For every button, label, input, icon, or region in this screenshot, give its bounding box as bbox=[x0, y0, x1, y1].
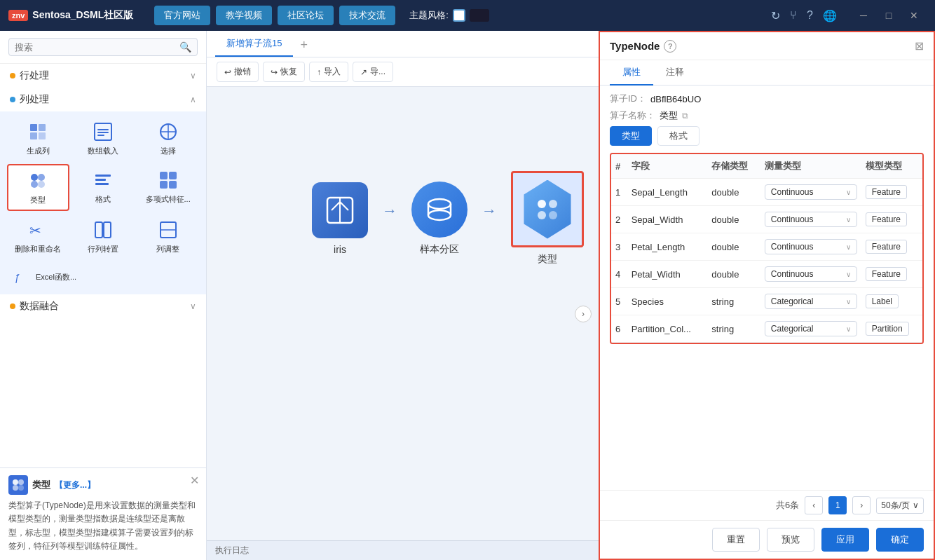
data-load-icon bbox=[92, 121, 114, 143]
model-badge-0[interactable]: Feature bbox=[866, 185, 907, 199]
generate-col-label: 生成列 bbox=[27, 146, 50, 156]
svg-point-35 bbox=[428, 199, 451, 209]
measure-select-5[interactable]: Categorical ∨ bbox=[765, 321, 857, 336]
cell-model-0[interactable]: Feature bbox=[861, 179, 922, 206]
grid-item-generate-col[interactable]: 生成列 bbox=[7, 116, 69, 161]
algo-name-label: 算子名称： bbox=[610, 109, 655, 122]
nav-tech-exchange[interactable]: 技术交流 bbox=[339, 6, 395, 25]
model-badge-1[interactable]: Feature bbox=[866, 212, 907, 226]
help-icon[interactable]: ? bbox=[807, 9, 813, 22]
tab-bar: 新增算子流15 + bbox=[207, 31, 599, 57]
node-desc-close-button[interactable]: ✕ bbox=[190, 474, 199, 487]
measure-select-0[interactable]: Continuous ∨ bbox=[765, 184, 857, 200]
node-desc-title: 类型 【更多...】 bbox=[8, 475, 198, 495]
theme-dark-icon[interactable] bbox=[470, 9, 489, 22]
grid-item-multi-feature[interactable]: 多项式特征... bbox=[137, 164, 199, 211]
minimize-button[interactable]: ─ bbox=[851, 6, 876, 25]
page-size-select[interactable]: 50条/页 ∨ bbox=[876, 498, 924, 514]
page-size-label: 50条/页 bbox=[881, 500, 910, 512]
cell-model-4[interactable]: Label bbox=[861, 288, 922, 315]
reset-button[interactable]: 重置 bbox=[712, 528, 760, 552]
measure-select-4[interactable]: Categorical ∨ bbox=[765, 294, 857, 309]
cell-model-5[interactable]: Partition bbox=[861, 315, 922, 343]
pagination-page-1[interactable]: 1 bbox=[828, 496, 847, 514]
cell-measure-3[interactable]: Continuous ∨ bbox=[760, 261, 861, 288]
measure-select-1[interactable]: Continuous ∨ bbox=[765, 212, 857, 227]
sidebar-item-col-processing[interactable]: 列处理 ∧ bbox=[0, 88, 206, 111]
tab-add-button[interactable]: + bbox=[293, 35, 315, 55]
cell-model-3[interactable]: Feature bbox=[861, 261, 922, 288]
search-wrap[interactable]: 🔍 bbox=[8, 38, 198, 56]
type-node-border bbox=[511, 171, 584, 247]
close-button[interactable]: ✕ bbox=[901, 6, 927, 25]
model-badge-2[interactable]: Feature bbox=[866, 240, 907, 254]
cell-measure-2[interactable]: Continuous ∨ bbox=[760, 233, 861, 261]
nav-tutorial-video[interactable]: 教学视频 bbox=[216, 6, 272, 25]
undo-icon: ↩ bbox=[224, 67, 231, 77]
expand-button[interactable]: › bbox=[575, 306, 592, 322]
grid-item-col-adjust[interactable]: 列调整 bbox=[137, 214, 199, 259]
svg-rect-21 bbox=[169, 181, 177, 189]
maximize-button[interactable]: □ bbox=[876, 6, 901, 25]
import-button[interactable]: ↑ 导入 bbox=[309, 62, 348, 82]
nav-community-forum[interactable]: 社区论坛 bbox=[278, 6, 334, 25]
flow-node-sample[interactable]: 样本分区 bbox=[411, 182, 468, 256]
col-header-measure: 测量类型 bbox=[760, 154, 861, 179]
theme-check-icon[interactable]: ✓ bbox=[453, 9, 465, 22]
tab-notes[interactable]: 注释 bbox=[653, 60, 697, 86]
tab-properties[interactable]: 属性 bbox=[610, 60, 653, 86]
branch-icon[interactable]: ⑂ bbox=[790, 9, 797, 22]
model-badge-4[interactable]: Label bbox=[866, 294, 899, 308]
svg-point-39 bbox=[538, 200, 546, 208]
measure-select-3[interactable]: Continuous ∨ bbox=[765, 266, 857, 282]
measure-select-2[interactable]: Continuous ∨ bbox=[765, 239, 857, 254]
search-input[interactable] bbox=[15, 42, 179, 53]
sidebar-item-data-fusion[interactable]: 数据融合 ∨ bbox=[0, 294, 206, 318]
export-button[interactable]: ↗ 导... bbox=[353, 62, 393, 82]
help-icon[interactable]: ? bbox=[664, 40, 676, 53]
grid-item-format[interactable]: 格式 bbox=[72, 164, 135, 211]
grid-item-delete-rename[interactable]: ✂ 删除和重命名 bbox=[7, 214, 69, 259]
model-badge-3[interactable]: Feature bbox=[866, 267, 907, 281]
undo-button[interactable]: ↩ 撤销 bbox=[217, 62, 259, 82]
pagination-prev[interactable]: ‹ bbox=[805, 496, 823, 514]
grid-item-data-load[interactable]: 数组载入 bbox=[72, 116, 135, 161]
grid-item-excel-func[interactable]: ƒ Excel函数... bbox=[7, 264, 199, 290]
flow-node-type[interactable]: 类型 bbox=[511, 171, 584, 266]
svg-point-38 bbox=[428, 210, 451, 220]
nav-official-site[interactable]: 官方网站 bbox=[154, 6, 210, 25]
confirm-button[interactable]: 确定 bbox=[876, 528, 924, 552]
copy-icon[interactable]: ⧉ bbox=[682, 111, 688, 121]
model-badge-5[interactable]: Partition bbox=[866, 322, 909, 336]
sub-tab-format[interactable]: 格式 bbox=[657, 126, 699, 146]
algo-id-label: 算子ID： bbox=[610, 93, 646, 105]
pagination-next[interactable]: › bbox=[852, 496, 871, 514]
cell-measure-5[interactable]: Categorical ∨ bbox=[760, 315, 861, 343]
sub-tab-type[interactable]: 类型 bbox=[610, 126, 652, 146]
cell-model-1[interactable]: Feature bbox=[861, 206, 922, 233]
table-header-row: # 字段 存储类型 测量类型 模型类型 bbox=[611, 154, 922, 179]
cell-num-3: 4 bbox=[611, 261, 627, 288]
svg-rect-2 bbox=[30, 132, 37, 139]
preview-button[interactable]: 预览 bbox=[767, 528, 814, 552]
panel-title-text: TypeNode bbox=[610, 40, 660, 52]
tab-flow-15[interactable]: 新增算子流15 bbox=[215, 32, 293, 57]
flow-node-iris[interactable]: iris bbox=[312, 182, 368, 255]
cell-measure-4[interactable]: Categorical ∨ bbox=[760, 288, 861, 315]
grid-item-type[interactable]: 类型 bbox=[7, 164, 69, 211]
main-layout: 🔍 行处理 ∨ 列处理 ∧ bbox=[0, 31, 935, 560]
grid-item-select[interactable]: 选择 bbox=[137, 116, 199, 161]
panel-close-button[interactable]: ⊠ bbox=[915, 39, 924, 53]
node-desc-more[interactable]: 【更多...】 bbox=[55, 479, 95, 491]
sidebar-item-row-processing[interactable]: 行处理 ∨ bbox=[0, 64, 206, 88]
globe-icon[interactable]: 🌐 bbox=[823, 9, 837, 22]
cell-measure-0[interactable]: Continuous ∨ bbox=[760, 179, 861, 206]
svg-point-11 bbox=[31, 174, 38, 181]
cell-measure-1[interactable]: Continuous ∨ bbox=[760, 206, 861, 233]
canvas[interactable]: iris → 样本分区 bbox=[207, 87, 599, 540]
apply-button[interactable]: 应用 bbox=[821, 528, 869, 552]
refresh-icon[interactable]: ↻ bbox=[771, 9, 780, 22]
cell-model-2[interactable]: Feature bbox=[861, 233, 922, 261]
redo-button[interactable]: ↪ 恢复 bbox=[263, 62, 305, 82]
grid-item-row-transpose[interactable]: 行列转置 bbox=[72, 214, 135, 259]
